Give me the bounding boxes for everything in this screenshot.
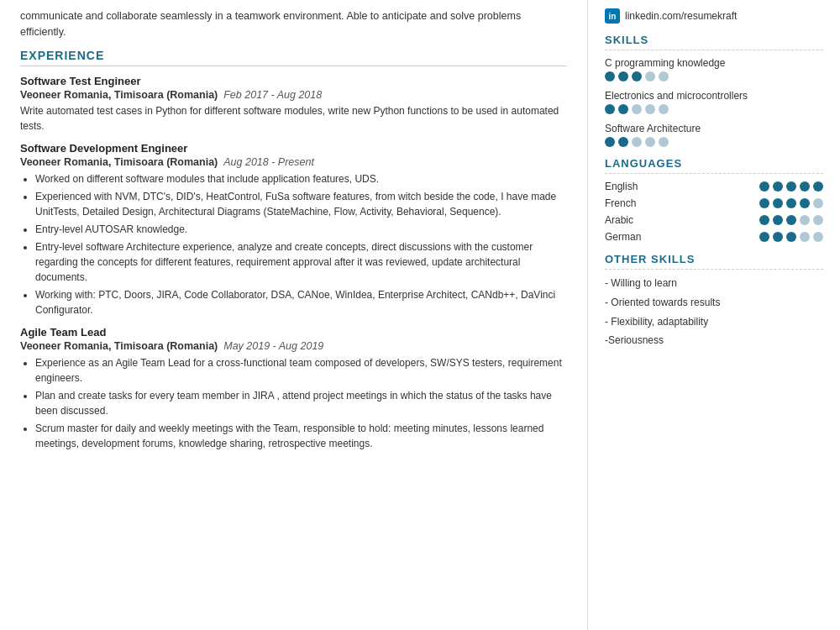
job-company: Veoneer Romania, Timisoara (Romania) Aug… [20, 156, 567, 168]
skill-item: C programming knowledge [605, 57, 823, 81]
language-row: French [605, 197, 823, 209]
jobs-container: Software Test Engineer Veoneer Romania, … [20, 75, 567, 451]
job-bullets: Experience as an Agile Team Lead for a c… [20, 355, 567, 451]
dot-filled [773, 215, 783, 225]
job-entry: Software Test Engineer Veoneer Romania, … [20, 75, 567, 134]
dot-empty [632, 104, 642, 114]
languages-section-title: LANGUAGES [605, 157, 823, 174]
skill-name: Electronics and microcontrollers [605, 90, 823, 102]
dot-empty [800, 215, 810, 225]
language-row: English [605, 181, 823, 192]
resume-page: communicate and collaborate seamlessly i… [0, 0, 840, 630]
bullet-item: Experienced with NVM, DTC's, DID's, Heat… [35, 189, 567, 219]
bullet-item: Working with: PTC, Doors, JIRA, Code Col… [35, 287, 567, 318]
dot-filled [773, 198, 783, 208]
left-column: communicate and collaborate seamlessly i… [0, 0, 588, 630]
dot-filled [759, 198, 769, 208]
dot-filled [800, 181, 810, 192]
dot-filled [618, 104, 628, 114]
dot-filled [759, 232, 769, 242]
dot-empty [645, 104, 655, 114]
dot-empty [632, 137, 642, 147]
dot-filled [773, 232, 783, 242]
dots-row [605, 137, 823, 147]
bullet-item: Scrum master for daily and weekly meetin… [35, 421, 567, 451]
languages-container: English French Arabic German [605, 181, 823, 243]
language-name: Arabic [605, 214, 655, 226]
bullet-item: Plan and create tasks for every team mem… [35, 388, 567, 418]
other-skill-item: - Willing to learn [605, 276, 823, 291]
language-row: German [605, 231, 823, 243]
dot-empty [813, 232, 823, 242]
job-entry: Software Development Engineer Veoneer Ro… [20, 142, 567, 318]
dot-filled [605, 104, 615, 114]
job-title: Agile Team Lead [20, 326, 567, 339]
language-dots [759, 181, 823, 192]
skill-name: C programming knowledge [605, 57, 823, 69]
dot-empty [813, 198, 823, 208]
dot-filled [786, 181, 796, 192]
dot-filled [759, 215, 769, 225]
bullet-item: Experience as an Agile Team Lead for a c… [35, 355, 567, 386]
dots-row [605, 104, 823, 114]
other-skill-item: -Seriousness [605, 333, 823, 348]
other-skills-section-title: OTHER SKILLS [605, 253, 823, 270]
language-name: French [605, 197, 655, 209]
dot-empty [645, 137, 655, 147]
skill-name: Software Architecture [605, 123, 823, 134]
dot-filled [813, 181, 823, 192]
other-skills-container: - Willing to learn- Oriented towards res… [605, 276, 823, 348]
other-skill-item: - Flexibility, adaptability [605, 315, 823, 329]
language-dots [759, 198, 823, 208]
dot-empty [659, 71, 669, 81]
linkedin-icon: in [605, 8, 620, 24]
job-title: Software Test Engineer [20, 75, 567, 87]
dot-filled [800, 198, 810, 208]
job-company: Veoneer Romania, Timisoara (Romania) May… [20, 340, 567, 352]
dot-filled [759, 181, 769, 192]
bullet-item: Worked on different software modules tha… [35, 171, 567, 186]
job-description: Write automated test cases in Python for… [20, 103, 567, 134]
dot-filled [618, 137, 628, 147]
right-column: in linkedin.com/resumekraft SKILLS C pro… [588, 0, 840, 630]
job-entry: Agile Team Lead Veoneer Romania, Timisoa… [20, 326, 567, 451]
skill-item: Software Architecture [605, 123, 823, 147]
dot-filled [786, 215, 796, 225]
dot-empty [800, 232, 810, 242]
skill-item: Electronics and microcontrollers [605, 90, 823, 114]
bullet-item: Entry-level AUTOSAR knowledge. [35, 222, 567, 237]
dot-empty [813, 215, 823, 225]
intro-text: communicate and collaborate seamlessly i… [20, 8, 567, 40]
dot-empty [645, 71, 655, 81]
dot-filled [605, 71, 615, 81]
dot-empty [659, 104, 669, 114]
dots-row [605, 71, 823, 81]
skills-container: C programming knowledge Electronics and … [605, 57, 823, 147]
job-bullets: Worked on different software modules tha… [20, 171, 567, 318]
bullet-item: Entry-level software Architecture experi… [35, 239, 567, 285]
experience-section-title: EXPERIENCE [20, 49, 567, 66]
skills-section-title: SKILLS [605, 34, 823, 50]
dot-filled [773, 181, 783, 192]
dot-empty [659, 137, 669, 147]
linkedin-url: linkedin.com/resumekraft [625, 10, 737, 22]
dot-filled [786, 198, 796, 208]
language-name: English [605, 181, 655, 192]
dot-filled [632, 71, 642, 81]
language-name: German [605, 231, 655, 243]
language-dots [759, 232, 823, 242]
dot-filled [605, 137, 615, 147]
language-dots [759, 215, 823, 225]
other-skill-item: - Oriented towards results [605, 296, 823, 310]
dot-filled [618, 71, 628, 81]
language-row: Arabic [605, 214, 823, 226]
dot-filled [786, 232, 796, 242]
job-title: Software Development Engineer [20, 142, 567, 155]
linkedin-row: in linkedin.com/resumekraft [605, 8, 823, 24]
job-company: Veoneer Romania, Timisoara (Romania) Feb… [20, 89, 567, 101]
